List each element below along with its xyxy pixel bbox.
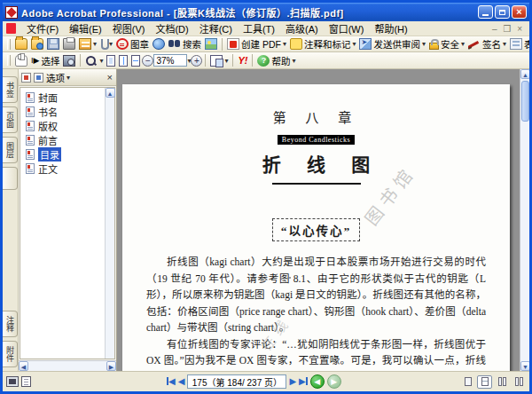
bookmark-label: 封面 xyxy=(38,91,58,105)
snapshot-camera-icon xyxy=(63,55,75,67)
zoom-in-button[interactable]: + xyxy=(191,55,202,67)
document-view[interactable]: 第 八 章 Beyond Candlesticks 折 线 图 “以心传心” 折… xyxy=(117,69,520,371)
scan-speck xyxy=(174,273,176,275)
help-button[interactable]: ?帮助▾ xyxy=(255,53,297,68)
fit-width-button[interactable] xyxy=(129,54,142,67)
previous-view-button[interactable]: ◀ xyxy=(310,374,325,389)
select-cursor-icon: I▶ xyxy=(31,56,39,65)
menu-window[interactable]: 窗口(W) xyxy=(324,20,370,36)
toolbar-grip[interactable] xyxy=(7,55,11,66)
menu-document[interactable]: 文档(D) xyxy=(150,20,193,36)
picture-tasks-button[interactable] xyxy=(203,37,219,51)
facing-layout-button[interactable] xyxy=(511,375,526,389)
continuous-facing-layout-button[interactable] xyxy=(494,375,509,389)
continuous-layout-button[interactable] xyxy=(477,375,492,389)
page-layout-button[interactable]: ▾ xyxy=(208,54,230,67)
web-capture-button[interactable] xyxy=(151,37,167,51)
tab-attachments[interactable]: 附件 xyxy=(3,341,18,367)
print-button[interactable] xyxy=(61,37,77,51)
comment-markup-button[interactable]: 注释和标记▾ xyxy=(288,36,358,51)
open-button[interactable] xyxy=(13,37,29,51)
picture-tasks-icon xyxy=(205,38,217,50)
scroll-right-icon[interactable]: ▶ xyxy=(106,361,116,371)
stamp-label: 图章 xyxy=(130,37,149,51)
document-window-controls[interactable]: – ❒ × xyxy=(492,24,526,34)
bookmarks-vertical-scrollbar[interactable]: ▲ xyxy=(105,88,114,359)
tab-comments[interactable]: 注释 xyxy=(3,311,18,337)
minimize-button[interactable] xyxy=(478,5,493,19)
save-button[interactable] xyxy=(45,37,61,51)
scrollbar-track[interactable] xyxy=(520,122,529,361)
scroll-down-icon[interactable]: ▼ xyxy=(520,361,529,371)
document-vertical-scrollbar[interactable]: ▲ ▼ xyxy=(520,69,529,371)
bookmark-cover[interactable]: 封面 xyxy=(26,91,105,105)
menu-help[interactable]: 帮助(H) xyxy=(369,20,412,36)
organizer-button[interactable]: ▾ xyxy=(77,37,98,51)
tab-bookmarks[interactable]: 书签 xyxy=(3,76,18,103)
search-button[interactable]: 搜索 xyxy=(167,36,203,51)
secure-button[interactable]: 安全▾ xyxy=(427,36,466,51)
yahoo-search-button[interactable]: Y! xyxy=(236,54,249,67)
sign-button[interactable]: 签名▾ xyxy=(466,36,508,51)
scrollbar-thumb[interactable] xyxy=(521,81,529,122)
actual-size-button[interactable] xyxy=(105,54,117,67)
bookmark-copyright[interactable]: 版权 xyxy=(26,119,105,133)
zoom-out-button[interactable]: − xyxy=(142,55,153,67)
hand-tool-button[interactable] xyxy=(13,54,29,67)
menu-edit[interactable]: 编辑(E) xyxy=(64,20,107,36)
menu-view[interactable]: 视图(V) xyxy=(107,20,151,36)
select-tool-button[interactable]: I▶选择 xyxy=(29,53,61,68)
menu-file[interactable]: 文件(F) xyxy=(21,20,64,36)
forms-button[interactable]: 表单▾ xyxy=(508,36,532,51)
reading-mode-icon[interactable] xyxy=(6,376,19,387)
tab-layers[interactable]: 图层 xyxy=(3,137,18,163)
bookmark-body[interactable]: 正文 xyxy=(26,162,105,176)
page-number-input[interactable] xyxy=(187,374,286,389)
menu-comments[interactable]: 注释(C) xyxy=(194,20,238,36)
bookmark-preface[interactable]: 前言 xyxy=(26,133,105,147)
new-bookmark-icon[interactable] xyxy=(34,73,43,83)
bookmarks-horizontal-scrollbar[interactable]: ◀ ▶ xyxy=(19,360,116,371)
restore-button[interactable] xyxy=(495,5,510,19)
last-page-button[interactable]: ▶ xyxy=(299,377,308,386)
zoom-in-tool-button[interactable]: ▾ xyxy=(83,54,105,67)
scroll-up-icon[interactable]: ▲ xyxy=(106,88,115,98)
tab-pages[interactable]: 页面 xyxy=(3,106,18,133)
single-page-layout-button[interactable] xyxy=(460,375,475,389)
menu-advanced[interactable]: 高级(A) xyxy=(280,20,324,36)
title-bar[interactable]: Adobe Acrobat Professional - [股票K线战法（修订版… xyxy=(3,3,529,21)
scroll-up-icon[interactable]: ▲ xyxy=(520,69,529,79)
close-button[interactable]: × xyxy=(512,5,527,19)
create-pdf-button[interactable]: 创建 PDF▾ xyxy=(225,36,288,51)
expand-current-bookmark-icon[interactable] xyxy=(21,73,31,83)
attach-button[interactable]: ▾ xyxy=(98,37,114,51)
dropdown-caret: ▾ xyxy=(224,57,228,65)
page-size-icon[interactable] xyxy=(21,376,31,387)
save-disk-icon xyxy=(47,38,59,50)
previous-page-button[interactable]: ◀ xyxy=(178,377,185,386)
open-web-page-button[interactable] xyxy=(29,37,45,51)
dropdown-caret: ▾ xyxy=(283,40,286,48)
menu-tools[interactable]: 工具(T) xyxy=(238,20,280,36)
chapter-heading: 第 八 章 xyxy=(122,107,510,126)
tab-signatures[interactable] xyxy=(3,167,18,190)
help-label: 帮助 xyxy=(271,54,290,67)
options-menu-button[interactable]: 选项 ▾ xyxy=(46,71,70,84)
toolbar-grip[interactable] xyxy=(7,39,11,50)
next-view-button[interactable]: ▶ xyxy=(327,374,341,389)
next-page-button[interactable]: ▶ xyxy=(289,377,296,386)
pdf-page: 第 八 章 Beyond Candlesticks 折 线 图 “以心传心” 折… xyxy=(122,84,510,371)
first-page-button[interactable]: ◀ xyxy=(167,377,176,386)
bookmark-toc[interactable]: 目录 xyxy=(26,147,105,162)
page-layout-icon xyxy=(210,55,223,67)
close-panel-button[interactable]: × xyxy=(107,72,113,83)
stamp-button[interactable]: 图章 xyxy=(114,36,151,51)
send-for-review-button[interactable]: 发送供审阅▾ xyxy=(357,36,427,51)
acrobat-window: Adobe Acrobat Professional - [股票K线战法（修订版… xyxy=(0,0,532,394)
snapshot-tool-button[interactable] xyxy=(61,54,77,67)
zoom-level-input[interactable] xyxy=(153,54,187,67)
bookmark-booktitle[interactable]: 书名 xyxy=(26,105,105,119)
toolbar-separator xyxy=(80,54,81,67)
scroll-left-icon[interactable]: ◀ xyxy=(19,361,28,371)
fit-page-button[interactable] xyxy=(117,54,129,67)
